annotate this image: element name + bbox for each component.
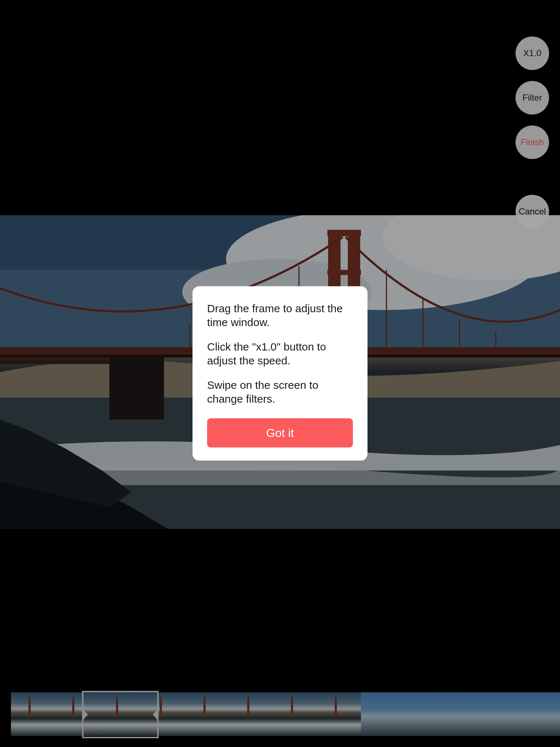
got-it-button[interactable]: Got it (207, 418, 353, 448)
modal-text-line2: Click the "x1.0" button to adjust the sp… (207, 340, 353, 368)
onboarding-modal: Drag the frame to adjust the time window… (192, 286, 368, 461)
modal-text-line3: Swipe on the screen to change filters. (207, 378, 353, 406)
modal-text-line1: Drag the frame to adjust the time window… (207, 302, 353, 330)
